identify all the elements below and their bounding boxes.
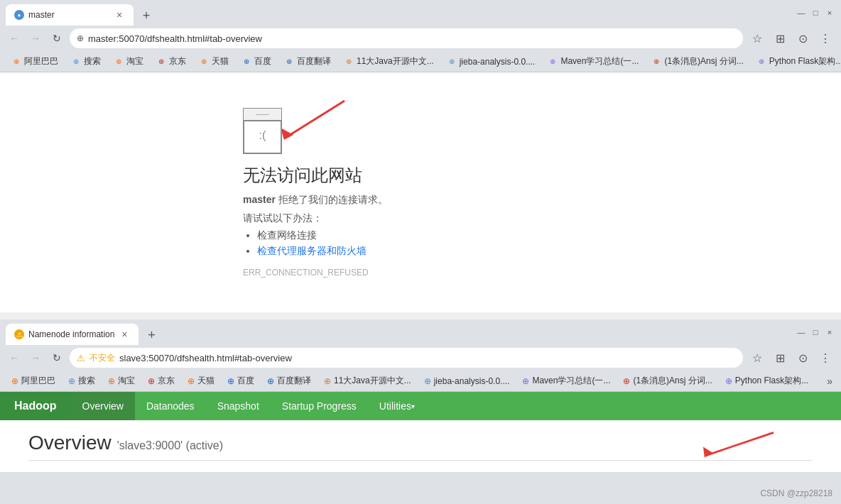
bottom-bookmark-baidu[interactable]: ⊕百度 [222,373,260,388]
bottom-refresh-button[interactable]: ↻ [48,349,65,366]
bottom-bookmark-maven[interactable]: ⊕Maven学习总结(一... [516,373,616,388]
bottom-bookmark-jieba[interactable]: ⊕jieba-analysis-0.0.... [418,375,516,388]
top-menu-button[interactable]: ⋮ [815,28,835,48]
bottom-bookmark-alibaba[interactable]: ⊕阿里巴巴 [6,373,61,388]
bottom-tab-favicon: ⚠ [14,329,24,339]
hadoop-nav-startup-progress-label: Startup Progress [282,400,357,412]
error-host: master [243,194,276,205]
top-restore-button[interactable]: □ [810,7,821,18]
bottom-url-bar[interactable]: ⚠ 不安全 slave3:50070/dfshealth.html#tab-ov… [70,348,743,368]
bottom-browser-window: ⚠ Namenode information × + — □ × ← → ↻ ⚠… [0,319,841,504]
bottom-security-warning-icon: ⚠ [77,353,85,363]
error-code: ERR_CONNECTION_REFUSED [243,268,369,278]
top-active-tab[interactable]: ● master × [6,4,134,26]
bookmark-java[interactable]: ⊕ 11大Java开源中文... [338,54,440,69]
bookmark-jd[interactable]: ⊕ 京东 [151,54,192,69]
top-address-bar: ← → ↻ ⊕ master:50070/dfshealth.html#tab-… [0,26,841,51]
bottom-star-button[interactable]: ☆ [747,348,767,368]
overview-title-text: Overview [28,432,112,454]
bookmark-baidu[interactable]: ⊕ 百度 [236,54,277,69]
bottom-close-button[interactable]: × [824,327,835,338]
bottom-bookmark-tianmao[interactable]: ⊕天猫 [182,373,220,388]
bookmark-baidu-fanyi[interactable]: ⊕ 百度翻译 [278,54,337,69]
hadoop-nav-overview[interactable]: Overview [71,392,135,420]
bookmark-taobao-icon: ⊕ [114,57,124,67]
bottom-bm-search-icon: ⊕ [68,376,75,386]
top-star-button[interactable]: ☆ [747,28,767,48]
bookmark-jd-icon: ⊕ [156,57,166,67]
bookmark-alibaba[interactable]: ⊕ 阿里巴巴 [6,54,64,69]
overview-subtitle-text: 'slave3:9000' (active) [117,439,223,452]
bottom-minimize-button[interactable]: — [796,327,807,338]
bottom-bm-ansj-icon: ⊕ [623,376,630,386]
bottom-new-tab-button[interactable]: + [141,325,161,345]
top-minimize-button[interactable]: — [796,7,807,18]
bottom-bookmark-fanyi[interactable]: ⊕百度翻译 [261,373,317,388]
bottom-bookmark-taobao[interactable]: ⊕淘宝 [102,373,141,388]
bottom-bookmark-search[interactable]: ⊕搜索 [63,373,101,388]
bottom-back-button[interactable]: ← [6,349,23,366]
bottom-more-bookmarks-button[interactable]: » [824,374,835,388]
bookmark-search[interactable]: ⊕ 搜索 [65,54,107,69]
hadoop-nav-datanodes[interactable]: Datanodes [135,392,206,420]
error-suggestion-1: 检查网络连接 [257,229,367,242]
bookmark-taobao[interactable]: ⊕ 淘宝 [108,54,149,69]
bottom-profile-button[interactable]: ⊙ [793,348,813,368]
bottom-bm-baidu-icon: ⊕ [227,376,234,386]
bottom-red-arrow [685,427,784,466]
bottom-bookmarks-bar: ⊕阿里巴巴 ⊕搜索 ⊕淘宝 ⊕京东 ⊕天猫 ⊕百度 ⊕百度翻译 ⊕11大Java… [0,371,841,392]
bookmark-flask[interactable]: ⊕ Python Flask架构... [751,54,841,69]
hadoop-navbar: Hadoop Overview Datanodes Snapshot Start… [0,392,841,420]
bookmark-fanyi-icon: ⊕ [284,57,294,67]
top-toolbar-icons: ☆ ⊞ ⊙ ⋮ [747,28,835,48]
top-new-tab-button[interactable]: + [136,6,156,26]
bottom-toolbar-icons: ☆ ⊞ ⊙ ⋮ [747,348,835,368]
bottom-bm-java-icon: ⊕ [324,376,331,386]
bottom-window-controls: — □ × [796,327,835,338]
top-title-bar: ● master × + — □ × [0,0,841,26]
top-profile-button[interactable]: ⊙ [793,28,813,48]
bookmark-jieba-icon: ⊕ [447,57,457,67]
hadoop-nav-snapshot[interactable]: Snapshot [206,392,271,420]
bottom-active-tab[interactable]: ⚠ Namenode information × [6,324,139,345]
bottom-bm-tianmao-icon: ⊕ [188,376,195,386]
bookmark-search-label: 搜索 [84,55,101,67]
top-url-bar[interactable]: ⊕ master:50070/dfshealth.html#tab-overvi… [70,28,743,48]
bookmark-tianmao-icon: ⊕ [199,57,209,67]
bottom-bm-fanyi-icon: ⊕ [267,376,274,386]
bottom-bookmark-java[interactable]: ⊕11大Java开源中文... [318,373,417,388]
bottom-bookmark-flask[interactable]: ⊕Python Flask架构... [720,373,814,388]
error-desc-suffix: 拒绝了我们的连接请求。 [276,194,388,205]
bookmark-java-label: 11大Java开源中文... [357,55,434,67]
hadoop-nav-startup-progress[interactable]: Startup Progress [271,392,368,420]
error-suggestion-2-link[interactable]: 检查代理服务器和防火墙 [257,245,367,256]
bottom-bookmark-ansj[interactable]: ⊕(1条消息)Ansj 分词... [617,373,717,388]
hadoop-nav-utilities[interactable]: Utilities [368,392,426,420]
bottom-bookmark-jd[interactable]: ⊕京东 [142,373,180,388]
top-bookmarks-bar: ⊕ 阿里巴巴 ⊕ 搜索 ⊕ 淘宝 ⊕ 京东 ⊕ 天猫 ⊕ 百度 ⊕ 百度翻译 ⊕ [0,51,841,72]
error-title: 无法访问此网站 [243,164,362,187]
top-tab-strip: ● master × + [6,0,796,26]
error-suggestions: 检查网络连接 检查代理服务器和防火墙 [243,229,367,261]
bottom-menu-button[interactable]: ⋮ [815,348,835,368]
top-forward-button[interactable]: → [27,30,44,47]
bookmark-ansj[interactable]: ⊕ (1条消息)Ansj 分词... [646,54,749,69]
top-url-text: master:50070/dfshealth.html#tab-overview [88,33,736,44]
bottom-forward-button[interactable]: → [27,349,44,366]
bottom-bm-taobao-icon: ⊕ [108,376,115,386]
bottom-ext-button[interactable]: ⊞ [770,348,790,368]
bookmark-java-icon: ⊕ [344,57,354,67]
top-close-button[interactable]: × [824,7,835,18]
bookmark-flask-icon: ⊕ [756,57,766,67]
top-back-button[interactable]: ← [6,30,23,47]
top-refresh-button[interactable]: ↻ [48,30,65,47]
top-tab-close[interactable]: × [114,9,125,21]
watermark: CSDN @zzp28218 [760,488,832,498]
top-ext-button[interactable]: ⊞ [770,28,790,48]
bookmark-tianmao[interactable]: ⊕ 天猫 [193,54,234,69]
bottom-tab-close[interactable]: × [119,329,130,340]
bottom-restore-button[interactable]: □ [810,327,821,338]
bookmark-maven-icon: ⊕ [548,57,558,67]
bookmark-maven[interactable]: ⊕ Maven学习总结(一... [542,54,644,69]
bookmark-jieba[interactable]: ⊕ jieba-analysis-0.0.... [441,55,541,68]
